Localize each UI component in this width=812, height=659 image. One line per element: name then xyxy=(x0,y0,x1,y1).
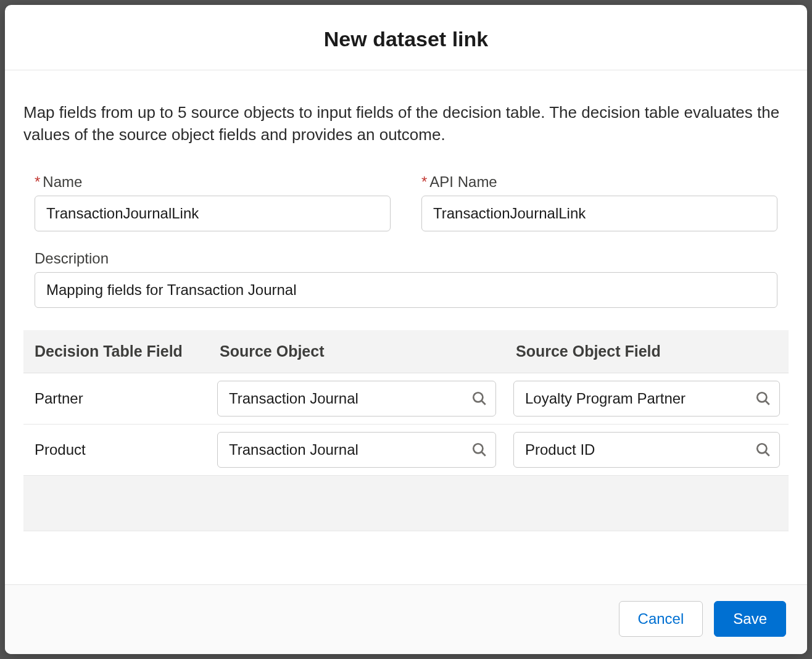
th-decision-table-field: Decision Table Field xyxy=(23,330,209,373)
api-name-label-text: API Name xyxy=(429,173,497,190)
mapping-table: Decision Table Field Source Object Sourc… xyxy=(23,330,789,531)
table-row: Product xyxy=(23,424,789,475)
save-button[interactable]: Save xyxy=(714,601,786,637)
required-asterisk: * xyxy=(421,173,427,190)
source-object-field-input[interactable] xyxy=(513,432,780,468)
th-source-object-field: Source Object Field xyxy=(505,330,789,373)
required-asterisk: * xyxy=(35,173,40,190)
cancel-button[interactable]: Cancel xyxy=(619,601,703,637)
cell-decision-table-field: Partner xyxy=(23,373,209,424)
form-group-description: Description xyxy=(23,250,789,308)
form-group-name: *Name xyxy=(35,173,391,231)
api-name-label: *API Name xyxy=(421,173,777,191)
source-object-field-input[interactable] xyxy=(513,381,780,417)
table-row: Partner xyxy=(23,373,789,424)
new-dataset-link-modal: New dataset link Map fields from up to 5… xyxy=(5,5,807,654)
source-object-input[interactable] xyxy=(217,432,496,468)
table-filler-row xyxy=(23,475,789,531)
form-row-name-api: *Name *API Name xyxy=(23,173,789,231)
source-object-field-lookup[interactable] xyxy=(513,381,780,417)
form-group-api-name: *API Name xyxy=(421,173,777,231)
intro-text: Map fields from up to 5 source objects t… xyxy=(23,101,789,146)
table-filler-cell xyxy=(23,475,789,531)
source-object-lookup[interactable] xyxy=(217,381,496,417)
description-label: Description xyxy=(35,250,777,267)
source-object-lookup[interactable] xyxy=(217,432,496,468)
modal-body: Map fields from up to 5 source objects t… xyxy=(5,70,807,584)
name-label: *Name xyxy=(35,173,391,191)
source-object-input[interactable] xyxy=(217,381,496,417)
modal-title: New dataset link xyxy=(17,27,795,51)
cell-decision-table-field: Product xyxy=(23,424,209,475)
cell-source-object xyxy=(209,373,505,424)
cell-source-object-field xyxy=(505,424,789,475)
name-label-text: Name xyxy=(43,173,82,190)
cell-source-object-field xyxy=(505,373,789,424)
th-source-object: Source Object xyxy=(209,330,505,373)
cell-source-object xyxy=(209,424,505,475)
name-input[interactable] xyxy=(35,196,391,231)
modal-footer: Cancel Save xyxy=(5,584,807,654)
mapping-table-wrap: Decision Table Field Source Object Sourc… xyxy=(23,330,789,531)
source-object-field-lookup[interactable] xyxy=(513,432,780,468)
description-input[interactable] xyxy=(35,272,777,308)
modal-header: New dataset link xyxy=(5,5,807,70)
table-header-row: Decision Table Field Source Object Sourc… xyxy=(23,330,789,373)
api-name-input[interactable] xyxy=(421,196,777,231)
